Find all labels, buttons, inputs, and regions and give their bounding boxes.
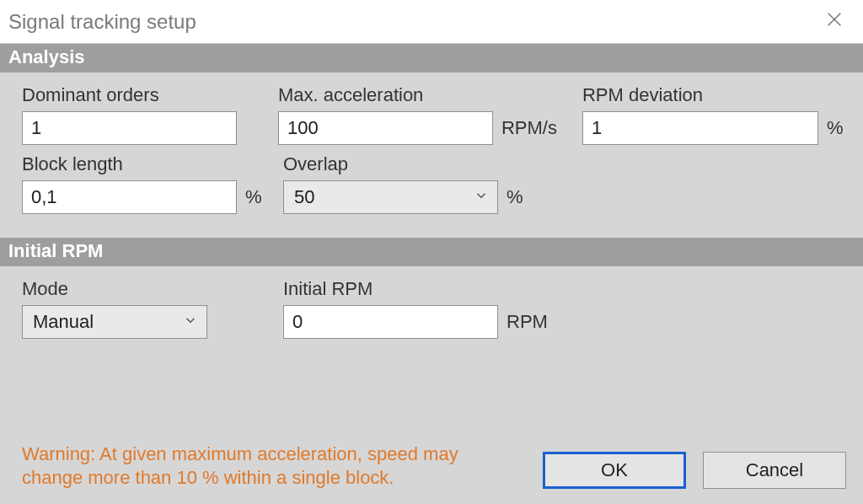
dialog-buttons: OK Cancel	[543, 452, 846, 489]
field-dominant-orders: Dominant orders	[22, 84, 253, 145]
select-overlap-value: 50	[294, 186, 314, 208]
input-rpm-deviation[interactable]	[582, 111, 818, 145]
select-mode-value: Manual	[33, 311, 94, 333]
close-icon	[825, 10, 844, 33]
input-max-acceleration[interactable]	[278, 111, 493, 145]
unit-max-acceleration: RPM/s	[501, 117, 557, 139]
window-title: Signal tracking setup	[8, 10, 196, 34]
section-header-analysis: Analysis	[0, 44, 863, 72]
dialog-window: Signal tracking setup Analysis Dominant …	[0, 0, 863, 504]
cancel-button[interactable]: Cancel	[703, 452, 846, 489]
input-initial-rpm[interactable]	[283, 305, 498, 339]
label-mode: Mode	[22, 278, 258, 300]
field-initial-rpm: Initial RPM RPM	[283, 278, 566, 339]
label-initial-rpm: Initial RPM	[283, 278, 566, 300]
field-max-acceleration: Max. acceleration RPM/s	[278, 84, 557, 145]
input-block-length[interactable]	[22, 180, 237, 214]
dialog-footer: Warning: At given maximum acceleration, …	[0, 434, 863, 504]
input-dominant-orders[interactable]	[22, 111, 237, 145]
unit-rpm-deviation: %	[827, 117, 844, 139]
select-mode[interactable]: Manual	[22, 305, 207, 339]
label-max-acceleration: Max. acceleration	[278, 84, 557, 106]
field-rpm-deviation: RPM deviation %	[582, 84, 846, 145]
label-dominant-orders: Dominant orders	[22, 84, 253, 106]
label-block-length: Block length	[22, 153, 258, 175]
label-rpm-deviation: RPM deviation	[582, 84, 846, 106]
unit-overlap: %	[507, 186, 523, 208]
field-block-length: Block length %	[22, 153, 258, 214]
unit-initial-rpm: RPM	[507, 311, 548, 333]
field-mode: Mode Manual	[22, 278, 258, 339]
select-overlap[interactable]: 50	[283, 180, 498, 214]
warning-text: Warning: At given maximum acceleration, …	[22, 442, 494, 489]
unit-block-length: %	[245, 186, 262, 208]
chevron-down-icon	[183, 311, 198, 333]
section-body-initial-rpm: Mode Manual Initial RPM RPM	[0, 266, 863, 362]
section-body-analysis: Dominant orders Max. acceleration RPM/s …	[0, 72, 863, 238]
titlebar: Signal tracking setup	[0, 0, 863, 44]
chevron-down-icon	[474, 186, 489, 208]
field-overlap: Overlap 50 %	[283, 153, 566, 214]
section-header-initial-rpm: Initial RPM	[0, 238, 863, 266]
close-button[interactable]	[817, 5, 851, 39]
label-overlap: Overlap	[283, 153, 566, 175]
ok-button[interactable]: OK	[543, 452, 686, 489]
